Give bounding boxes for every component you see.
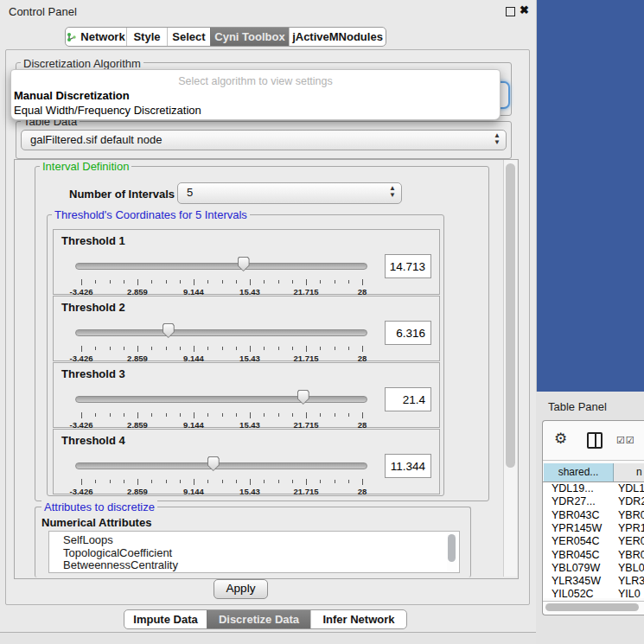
tab-select[interactable]: Select — [167, 28, 210, 46]
threshold-value-field[interactable]: 6.316 — [385, 321, 431, 345]
table-row[interactable]: YBL079WYBL0 — [543, 562, 644, 575]
slider-tick — [207, 413, 208, 417]
threshold-value-field[interactable]: 21.4 — [385, 387, 431, 411]
slider-tick — [362, 412, 363, 418]
attribute-list-item[interactable]: BetweennessCentrality — [63, 558, 178, 571]
split-columns-icon[interactable] — [587, 432, 603, 449]
popup-item-equal-width-frequency[interactable]: Equal Width/Frequency Discretization — [14, 104, 201, 117]
tab-discretize-data[interactable]: Discretize Data — [207, 610, 310, 628]
slider-tick — [306, 279, 307, 285]
slider-tick — [362, 279, 363, 285]
attribute-list-item[interactable]: SelfLoops — [63, 533, 113, 546]
slider-tick — [81, 346, 82, 352]
slider-tick — [236, 280, 237, 284]
slider-tick — [335, 280, 335, 284]
slider-tick — [180, 480, 181, 483]
table-row[interactable]: YBR043CYBR0 — [543, 509, 644, 522]
close-icon[interactable]: ✖ — [520, 3, 529, 16]
slider-tick — [278, 347, 279, 350]
table-row[interactable]: YLR345WYLR3 — [543, 575, 644, 588]
table-row[interactable]: YER054CYER0 — [543, 535, 644, 548]
slider-tick — [137, 346, 138, 352]
slider-tick — [194, 479, 194, 485]
slider-track[interactable] — [75, 396, 367, 403]
threshold-slider[interactable]: -3.4262.8599.14415.4321.71528 — [75, 389, 369, 424]
slider-tick — [335, 413, 335, 417]
slider-tick — [194, 412, 194, 418]
slider-tick — [292, 280, 293, 284]
gear-icon[interactable]: ⚙ — [554, 431, 567, 446]
control-panel-titlebar: Control Panel ✖ — [0, 0, 536, 22]
threshold-slider[interactable]: -3.4262.8599.14415.4321.71528 — [75, 322, 369, 357]
numerical-attributes-list[interactable]: SelfLoopsTopologicalCoefficientBetweenne… — [48, 531, 460, 573]
slider-tick — [194, 279, 194, 285]
slider-tick — [95, 413, 96, 417]
table-rows: YDL19...YDL1YDR27...YDR2YBR043CYBR0YPR14… — [543, 482, 644, 598]
threshold-label: Threshold 4 — [61, 434, 125, 447]
slider-tick — [95, 480, 96, 483]
slider-tick — [180, 280, 181, 284]
tab-jactivemnodules[interactable]: jActiveMNodules — [289, 28, 386, 46]
vertical-scrollbar[interactable] — [503, 160, 517, 577]
apply-button[interactable]: Apply — [214, 579, 268, 599]
attributes-list-scrollbar-thumb[interactable] — [448, 534, 456, 562]
node-table-panel: ⚙ ☑☑ shared... n YDL19...YDL1YDR27...YDR… — [542, 420, 644, 615]
algorithm-dropdown-popup: Select algorithm to view settings Manual… — [10, 69, 501, 120]
table-data-combobox[interactable]: galFiltered.sif default node ▲▼ — [21, 130, 507, 150]
slider-tick-label: 9.144 — [183, 487, 204, 496]
slider-tick — [348, 480, 349, 483]
slider-tick — [180, 413, 181, 417]
threshold-slider[interactable]: -3.4262.8599.14415.4321.71528 — [75, 456, 369, 490]
slider-tick — [124, 347, 124, 350]
slider-tick — [222, 280, 223, 284]
slider-tick — [306, 479, 307, 485]
slider-tick — [236, 413, 237, 417]
slider-tick — [250, 412, 251, 418]
table-panel-section: Table Panel ⚙ ☑☑ shared... n YDL19...YDL… — [536, 392, 644, 644]
tab-infer-network[interactable]: Infer Network — [310, 610, 406, 628]
horizontal-scrollbar-thumb[interactable] — [545, 603, 639, 611]
threshold-value-field[interactable]: 14.713 — [385, 254, 431, 278]
slider-tick — [207, 347, 208, 350]
table-row[interactable]: YBR045CYBR0 — [543, 549, 644, 562]
slider-tick — [320, 413, 321, 417]
slider-tick — [348, 413, 349, 417]
tab-cyni-toolbox[interactable]: Cyni Toolbox — [210, 28, 289, 46]
table-row[interactable]: YPR145WYPR1 — [543, 522, 644, 535]
slider-tick-label: 2.859 — [127, 487, 148, 496]
tab-impute-data[interactable]: Impute Data — [124, 610, 207, 628]
threshold-value-field[interactable]: 11.344 — [385, 454, 431, 478]
table-row[interactable]: YIL052CYIL0 — [543, 588, 644, 598]
threshold-panel: Threshold 3 -3.4262.8599.14415.4321.7152… — [53, 362, 440, 428]
slider-tick — [194, 346, 194, 352]
slider-track[interactable] — [75, 462, 367, 469]
tab-network[interactable]: Network — [66, 28, 126, 46]
attribute-list-item[interactable]: TopologicalCoefficient — [63, 546, 172, 559]
slider-tick — [250, 479, 251, 485]
slider-tick — [348, 280, 349, 284]
float-window-icon[interactable] — [506, 7, 515, 16]
threshold-slider[interactable]: -3.4262.8599.14415.4321.71528 — [75, 256, 369, 290]
select-columns-icon[interactable]: ☑☑ — [616, 435, 635, 446]
slider-track[interactable] — [75, 329, 367, 336]
desktop-background: GAL80GACGAL11GAL4GCY1HHAP2 — [537, 0, 644, 392]
table-header-row: shared... n — [543, 463, 644, 482]
column-header-name[interactable]: n — [614, 463, 644, 481]
vertical-scrollbar-thumb[interactable] — [506, 163, 515, 468]
table-row[interactable]: YDR27...YDR2 — [543, 495, 644, 508]
discretization-algorithm-group-title: Discretization Algorithm — [21, 57, 143, 70]
tab-style[interactable]: Style — [126, 28, 167, 46]
interval-definition-group-title: Interval Definition — [40, 160, 131, 173]
table-row[interactable]: YDL19...YDL1 — [543, 482, 644, 495]
slider-tick — [236, 347, 237, 350]
slider-tick — [222, 413, 223, 417]
slider-tick — [278, 413, 279, 417]
column-header-shared-name[interactable]: shared... — [544, 463, 614, 481]
slider-tick — [292, 413, 293, 417]
popup-item-manual-discretization[interactable]: Manual Discretization — [14, 89, 130, 102]
number-of-intervals-combobox[interactable]: 5 ▲▼ — [177, 182, 402, 204]
bottom-tab-bar: Impute Data Discretize Data Infer Networ… — [124, 609, 407, 629]
horizontal-scrollbar[interactable] — [543, 601, 644, 613]
attributes-list-scrollbar[interactable] — [447, 532, 457, 571]
slider-track[interactable] — [75, 263, 367, 270]
